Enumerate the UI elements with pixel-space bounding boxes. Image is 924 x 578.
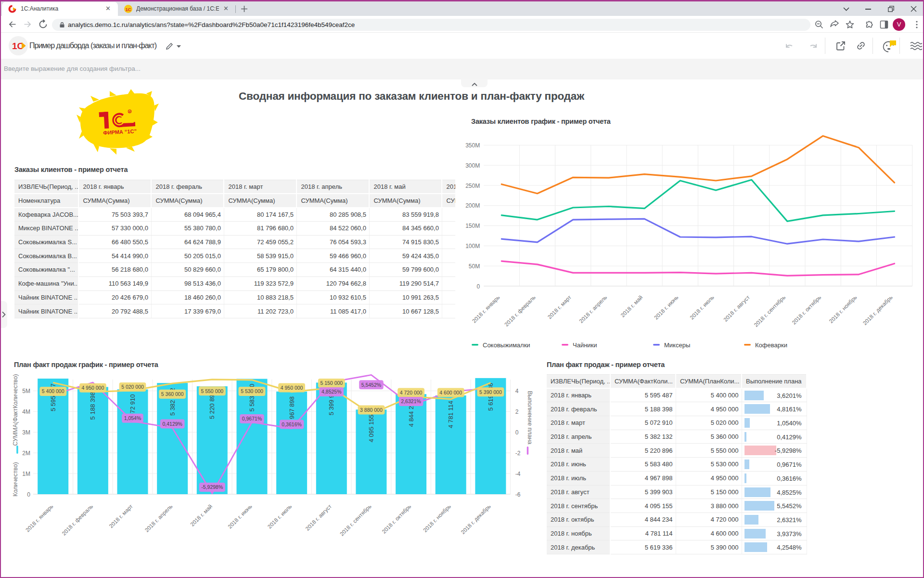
svg-text:СУММА(ФактКоличество): СУММА(ФактКоличество) [12,374,19,446]
svg-text:0: 0 [27,491,30,498]
svg-text:Выполнение плана: Выполнение плана [526,391,533,444]
svg-text:2: 2 [515,408,519,415]
svg-text:2018 г. сентябрь: 2018 г. сентябрь [753,294,786,328]
svg-text:0: 0 [477,283,480,290]
svg-text:5 020 000: 5 020 000 [121,384,144,390]
svg-text:2018 г. январь: 2018 г. январь [25,503,54,533]
svg-text:2018 г. февраль: 2018 г. февраль [503,294,537,328]
svg-text:-5,9298%: -5,9298% [201,484,223,490]
svg-text:5 530 000: 5 530 000 [241,388,263,394]
svg-text:Кофеварки: Кофеварки [755,342,787,349]
svg-text:2018 г. февраль: 2018 г. февраль [61,503,94,537]
svg-text:1C: 1C [125,7,131,12]
svg-text:-6: -6 [515,491,521,498]
svg-text:Чайники: Чайники [573,342,597,349]
svg-text:3 880 000: 3 880 000 [360,407,383,413]
svg-text:4 600 000: 4 600 000 [439,390,462,395]
svg-text:5 400 000: 5 400 000 [42,388,64,394]
svg-text:5M: 5M [22,388,30,394]
svg-text:2018 г. июнь: 2018 г. июнь [227,503,253,530]
svg-text:Количество): Количество) [12,462,19,496]
svg-text:2018 г. июль: 2018 г. июль [689,294,715,321]
svg-text:0,3616%: 0,3616% [282,421,301,427]
svg-text:2,6321%: 2,6321% [401,398,421,404]
svg-text:3M: 3M [22,429,30,436]
svg-text:0,9671%: 0,9671% [242,416,262,421]
svg-text:0,4129%: 0,4129% [162,421,182,427]
svg-text:Миксеры: Миксеры [664,342,690,349]
svg-text:4 950 000: 4 950 000 [281,385,303,391]
svg-text:2018 г. март: 2018 г. март [108,503,134,529]
svg-text:1M: 1M [22,471,30,477]
svg-text:2018 г. апрель: 2018 г. апрель [578,294,608,324]
svg-text:2018 г. декабрь: 2018 г. декабрь [862,294,894,326]
svg-text:50M: 50M [469,263,480,270]
svg-text:4 950 000: 4 950 000 [82,385,104,391]
svg-text:Соковыжималки: Соковыжималки [483,342,530,349]
svg-text:2018 г. сентябрь: 2018 г. сентябрь [339,503,372,537]
svg-text:2018 г. октябрь: 2018 г. октябрь [381,503,412,535]
svg-text:5 188 398: 5 188 398 [89,392,96,420]
svg-text:2018 г. май: 2018 г. май [189,503,213,527]
svg-text:5 619 336: 5 619 336 [487,383,494,411]
svg-text:2018 г. январь: 2018 г. январь [471,294,501,324]
svg-text:4: 4 [515,388,519,394]
svg-text:5,5452%: 5,5452% [361,382,381,388]
svg-text:2018 г. август: 2018 г. август [304,503,333,531]
svg-text:350M: 350M [465,142,480,149]
svg-text:2018 г. декабрь: 2018 г. декабрь [460,503,492,535]
svg-text:2018 г. ноябрь: 2018 г. ноябрь [828,294,858,324]
svg-text:2018 г. август: 2018 г. август [722,294,751,322]
svg-text:5 360 000: 5 360 000 [161,391,184,397]
svg-text:250M: 250M [465,183,480,189]
svg-text:300M: 300M [465,162,480,169]
svg-text:5 550 000: 5 550 000 [201,388,223,394]
svg-text:2018 г. июль: 2018 г. июль [267,503,293,530]
svg-text:4,8525%: 4,8525% [321,389,341,394]
svg-text:2M: 2M [22,450,30,457]
svg-text:5 150 000: 5 150 000 [320,380,343,386]
svg-text:2018 г. июнь: 2018 г. июнь [653,294,680,321]
svg-text:-4: -4 [515,471,521,477]
svg-text:2018 г. май: 2018 г. май [620,294,644,318]
svg-text:0: 0 [515,429,519,436]
svg-text:150M: 150M [465,223,480,229]
svg-text:2018 г. ноябрь: 2018 г. ноябрь [422,503,452,533]
svg-text:2018 г. март: 2018 г. март [547,294,573,320]
svg-text:100M: 100M [465,243,480,250]
svg-text:4 095 155: 4 095 155 [368,414,375,442]
svg-text:4 781 114: 4 781 114 [447,401,454,428]
svg-text:-2: -2 [515,450,521,457]
svg-text:2018 г. октябрь: 2018 г. октябрь [791,294,822,326]
svg-text:2018 г. апрель: 2018 г. апрель [144,503,174,533]
svg-text:5 390 000: 5 390 000 [479,389,502,395]
svg-text:200M: 200M [465,202,480,209]
svg-text:1,054%: 1,054% [124,415,141,421]
svg-text:4 720 000: 4 720 000 [400,390,423,395]
svg-text:4M: 4M [22,408,30,415]
